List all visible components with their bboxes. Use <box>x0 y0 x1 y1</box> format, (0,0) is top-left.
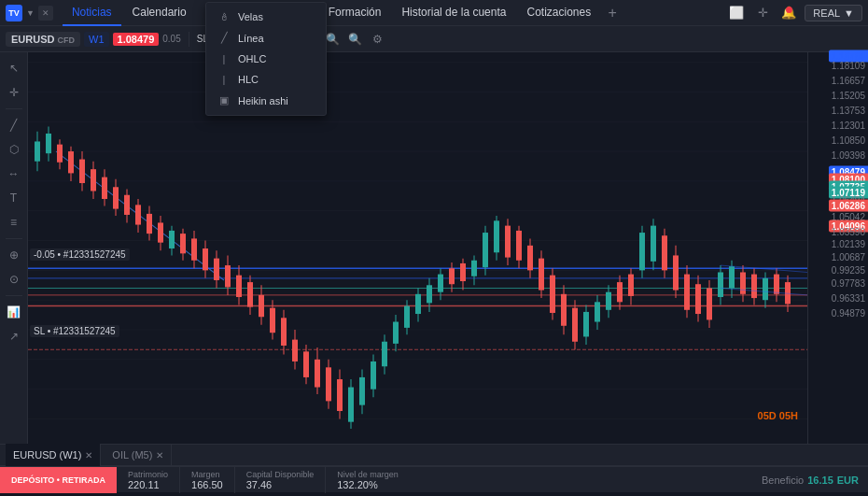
logo-dropdown-arrow[interactable]: ▼ <box>26 8 35 18</box>
svg-rect-150 <box>740 272 746 293</box>
line-icon: ╱ <box>217 32 231 44</box>
chart-toolbar: EURUSD CFD W1 1.08479 0.05 SL/TP 1.08488… <box>0 26 868 52</box>
timeframe-w1[interactable]: W1 <box>84 32 109 47</box>
price-axis-label: 1.00687 <box>829 251 868 263</box>
logo-icon: TV <box>6 5 22 21</box>
top-bar-right: ⬜ ✛ 🔔 REAL ▼ <box>726 3 862 23</box>
svg-rect-88 <box>393 322 399 344</box>
svg-rect-66 <box>270 308 275 333</box>
menu-tab-noticias[interactable]: Noticias <box>63 0 121 26</box>
nivel-margen-label: Nivel de margen <box>337 470 399 479</box>
menu-tab-calendario[interactable]: Calendario <box>123 0 196 26</box>
chart-tab-oil-close[interactable]: ✕ <box>156 450 163 461</box>
svg-rect-82 <box>359 377 365 405</box>
shape-tool[interactable]: ⬡ <box>4 139 24 160</box>
svg-rect-112 <box>527 246 533 271</box>
margen-label: Margen <box>191 470 223 479</box>
cursor-tool[interactable]: ↖ <box>4 58 24 78</box>
menu-tab-cotizaciones[interactable]: Cotizaciones <box>517 0 600 26</box>
magnet-tool[interactable]: ⊙ <box>4 269 24 290</box>
line-label: Línea <box>238 33 264 44</box>
candles-icon: 🕯 <box>217 11 231 22</box>
svg-rect-46 <box>158 222 163 242</box>
chart-svg <box>28 52 807 444</box>
chart-container[interactable]: -0.05 • #12331527245 SL • #12331527245 0… <box>28 52 807 444</box>
menu-tab-formacion[interactable]: Formación <box>319 0 391 26</box>
close-tab-button[interactable]: ✕ <box>38 6 53 21</box>
dropdown-heikin[interactable]: ▣ Heikin ashi <box>206 90 326 111</box>
price-axis-label: 1.18109 <box>829 59 868 71</box>
price-axis-label: 1.10850 <box>829 134 868 146</box>
svg-rect-30 <box>68 151 74 173</box>
chart-tab-eurusd[interactable]: EURUSD (W1) ✕ <box>6 444 101 466</box>
svg-rect-156 <box>774 275 779 294</box>
account-mode-button[interactable]: REAL ▼ <box>805 5 862 21</box>
candles-label: Velas <box>238 11 263 22</box>
svg-rect-126 <box>606 292 611 310</box>
price-axis-label: 0.94879 <box>829 307 868 319</box>
svg-rect-90 <box>404 306 410 328</box>
svg-rect-74 <box>315 360 320 388</box>
share-tool[interactable]: ↗ <box>4 326 24 347</box>
measure-tool[interactable]: ↔ <box>4 163 24 184</box>
zoom-in-button[interactable]: 🔍 <box>345 30 364 49</box>
nivel-margen-stat: Nivel de margen 132.20% <box>326 467 410 493</box>
svg-rect-34 <box>91 169 96 191</box>
heikin-label: Heikin ashi <box>238 95 288 106</box>
symbol-label[interactable]: EURUSD CFD <box>6 32 80 47</box>
chart-tab-oil[interactable]: OIL (M5) ✕ <box>105 444 172 466</box>
deposit-button[interactable]: DEPÓSITO • RETIRADA <box>0 467 117 493</box>
svg-rect-92 <box>415 294 421 314</box>
order-tool[interactable]: 📊 <box>4 302 24 322</box>
svg-rect-58 <box>225 265 231 287</box>
svg-rect-96 <box>438 275 443 292</box>
price-change: 0.05 <box>162 34 180 44</box>
dropdown-candles[interactable]: 🕯 Velas <box>206 7 326 27</box>
tab-bar: EURUSD (W1) ✕ OIL (M5) ✕ <box>0 444 868 466</box>
logo-area: TV ▼ ✕ <box>6 5 53 21</box>
svg-rect-56 <box>214 259 219 280</box>
notification-dot <box>786 7 792 13</box>
fibonacci-tool[interactable]: ≡ <box>4 212 24 233</box>
dropdown-hlc[interactable]: | HLC <box>206 69 326 90</box>
svg-rect-120 <box>572 308 578 342</box>
crosshair-tool[interactable]: ✛ <box>4 82 24 103</box>
dropdown-line[interactable]: ╱ Línea <box>206 27 326 49</box>
crosshair-icon[interactable]: ✛ <box>752 3 773 23</box>
svg-rect-144 <box>707 288 712 319</box>
notification-icon[interactable]: 🔔 <box>778 3 799 23</box>
sl-label: SL • #12331527245 <box>30 325 119 337</box>
patrimonio-label: Patrimonio <box>128 470 168 479</box>
svg-rect-148 <box>729 266 735 288</box>
price-axis-label: 1.18784 <box>829 50 868 62</box>
monitor-icon[interactable]: ⬜ <box>726 3 747 23</box>
price-axis-label: 0.96331 <box>829 292 868 305</box>
svg-rect-118 <box>561 294 567 326</box>
svg-rect-60 <box>236 276 242 297</box>
margen-value: 166.50 <box>191 479 223 490</box>
svg-rect-42 <box>135 205 141 224</box>
zoom-tool[interactable]: ⊕ <box>4 245 24 265</box>
left-toolbar: ↖ ✛ ╱ ⬡ ↔ T ≡ ⊕ ⊙ 📊 ↗ <box>0 52 28 444</box>
svg-rect-50 <box>180 234 186 253</box>
patrimonio-stat: Patrimonio 220.11 <box>117 467 180 493</box>
hlc-icon: | <box>217 74 231 85</box>
benefit-value: 16.15 <box>807 475 833 486</box>
svg-rect-78 <box>337 379 343 411</box>
trendline-tool[interactable]: ╱ <box>4 115 24 135</box>
settings-button[interactable]: ⚙ <box>368 30 386 49</box>
text-tool[interactable]: T <box>4 188 24 208</box>
price-axis-label: 1.06286 <box>829 199 868 211</box>
chart-tab-eurusd-close[interactable]: ✕ <box>85 450 92 461</box>
add-tab-button[interactable]: + <box>602 3 623 23</box>
capital-value: 37.46 <box>246 479 315 490</box>
price-axis-label: 1.04096 <box>829 220 868 232</box>
svg-rect-130 <box>628 275 634 296</box>
svg-rect-24 <box>35 141 40 161</box>
chart-type-dropdown: 🕯 Velas ╱ Línea | OHLC | HLC ▣ Heikin as… <box>205 2 327 116</box>
svg-rect-116 <box>550 276 555 313</box>
dropdown-ohlc[interactable]: | OHLC <box>206 49 326 69</box>
svg-rect-152 <box>751 275 757 298</box>
menu-tab-historial[interactable]: Historial de la cuenta <box>392 0 515 26</box>
price-axis-label: 1.02139 <box>829 238 868 250</box>
